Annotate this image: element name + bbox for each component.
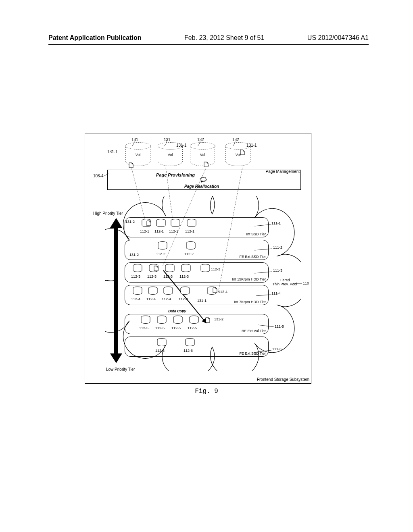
- ref-112-4e: 112-4: [218, 290, 227, 294]
- ref-131-2-t5: 131-2: [214, 317, 223, 321]
- tier-5-label: BE Ext Vol Tier: [242, 329, 266, 333]
- cyl-t1-2: [156, 219, 166, 228]
- figure-caption: Fig. 9: [0, 388, 413, 395]
- header-left: Patent Application Publication: [48, 34, 142, 42]
- vol-label-1: Vol: [126, 153, 150, 157]
- header-rule: [48, 44, 369, 45]
- ref-112-5b: 112-5: [155, 326, 165, 330]
- cyl-t2-1: [158, 241, 167, 250]
- tier-6: FE Ext SSD Tier: [125, 337, 269, 357]
- vol-label-2: Vol: [158, 153, 182, 157]
- ref-132-a: 132: [197, 137, 204, 142]
- ref-112-3c: 112-3: [163, 274, 173, 278]
- ref-132-b: 132: [232, 137, 239, 142]
- volume-3: Vol: [190, 145, 215, 166]
- cyl-t5-3: [173, 316, 183, 324]
- tier-3: Int 15Krpm HDD Tier: [125, 262, 269, 283]
- ref-112-3e: 112-3: [211, 267, 220, 271]
- ref-112-3b: 112-3: [147, 274, 156, 278]
- ref-103-4: 103-4: [93, 174, 104, 178]
- cyl-t6-1: [157, 338, 167, 347]
- tier-1-ref: 111-1: [271, 221, 281, 225]
- ref-110: 110: [303, 281, 309, 285]
- cyl-t3-5: [200, 264, 210, 273]
- page-management-box: Page Provisioning Page Reallocation Page…: [107, 170, 301, 190]
- volume-4: Vol: [225, 145, 250, 166]
- page-management-label: Page Management: [265, 169, 300, 174]
- page: Patent Application Publication Feb. 23, …: [0, 0, 413, 532]
- cyl-t2-2: [186, 241, 196, 250]
- header-right: US 2012/0047346 A1: [307, 34, 369, 42]
- volume-2: Vol: [158, 145, 183, 166]
- pool-label: Tiered Thin Prov. Pool: [271, 278, 299, 287]
- ref-131-2-t1: 131-2: [125, 220, 135, 224]
- tier-2: FE Ext SSD Tier: [125, 240, 269, 260]
- ref-131-a: 131: [131, 137, 138, 142]
- ref-112-5c: 112-5: [171, 326, 181, 330]
- ref-131-b: 131: [164, 137, 171, 142]
- tier-3-ref: 111-3: [273, 268, 282, 272]
- tier-4: Int 7Krpm HDD Tier: [125, 285, 269, 305]
- ref-112-1b: 112-1: [154, 229, 164, 233]
- tier-5-ref: 111-5: [275, 324, 284, 328]
- ref-112-4d: 112-4: [179, 297, 188, 301]
- ref-112-6a: 112-6: [155, 349, 165, 353]
- cyl-t1-4: [187, 219, 196, 228]
- tier-3-label: Int 15Krpm HDD Tier: [232, 277, 266, 281]
- cyl-t6-2: [185, 338, 195, 347]
- cyl-t3-3: [165, 264, 175, 273]
- data-copy-label: Data Copy: [168, 309, 186, 313]
- figure-frame: 131 131 132 132 131-1 131-1 131-1 Vol Vo…: [85, 133, 311, 384]
- cyl-t5-2: [157, 316, 167, 324]
- cyl-t1-3: [171, 219, 180, 228]
- page-in-t3: [154, 266, 159, 271]
- tier-6-ref: 111-6: [272, 347, 282, 351]
- page-in-t1: [146, 220, 151, 226]
- tier-6-label: FE Ext SSD Tier: [239, 351, 266, 355]
- ref-112-6b: 112-6: [184, 349, 193, 353]
- cyl-t3-1: [133, 264, 142, 273]
- ref-112-4c: 112-4: [162, 297, 171, 301]
- page-in-t5: [205, 317, 210, 323]
- ref-131-1-left: 131-1: [107, 150, 118, 154]
- page-in-t4: [213, 287, 217, 293]
- header-center: Feb. 23, 2012 Sheet 9 of 51: [184, 34, 264, 42]
- tier-1-label: Int SSD Tier: [246, 232, 266, 236]
- tier-2-label: FE Ext SSD Tier: [239, 255, 266, 259]
- ref-112-1d: 112-1: [185, 229, 194, 233]
- ref-112-4a: 112-4: [131, 297, 140, 301]
- page-icon-3: [240, 150, 245, 155]
- frontend-label: Frontend Storage Subsystem: [257, 377, 309, 382]
- cyl-t3-4: [181, 264, 191, 273]
- ref-112-4b: 112-4: [146, 297, 156, 301]
- vol-label-3: Vol: [190, 153, 215, 157]
- ref-112-3d: 112-3: [179, 274, 189, 278]
- page-provisioning-label: Page Provisioning: [156, 172, 195, 177]
- page-header: Patent Application Publication Feb. 23, …: [48, 34, 369, 42]
- ref-131-2-t2: 131-2: [129, 253, 139, 257]
- tier-2-ref: 111-2: [273, 245, 282, 249]
- ref-112-2b: 112-2: [184, 252, 194, 256]
- page-icon-2: [204, 162, 209, 167]
- page-reallocation-label: Page Reallocation: [184, 184, 219, 189]
- cyl-t4-3: [163, 287, 173, 295]
- ref-112-5a: 112-5: [139, 326, 148, 330]
- pool-label-l1: Tiered: [280, 278, 290, 282]
- pool-label-l2: Thin Prov. Pool: [273, 282, 297, 286]
- tier-4-label: Int 7Krpm HDD Tier: [234, 300, 266, 304]
- cyl-t4-4: [180, 287, 190, 295]
- cyl-t5-4: [189, 316, 199, 324]
- ref-131-1-t4: 131-1: [197, 299, 206, 303]
- cyl-t4-2: [148, 287, 158, 295]
- ref-112-2a: 112-2: [156, 252, 165, 256]
- ref-112-1a: 112-1: [140, 229, 149, 233]
- ref-112-3a: 112-3: [131, 274, 140, 278]
- reallocation-icon: [198, 176, 208, 183]
- vol-label-4: Vol: [226, 153, 250, 157]
- cyl-t4-1: [133, 287, 142, 295]
- tier-4-ref: 111-4: [271, 291, 281, 295]
- ref-112-1c: 112-1: [169, 229, 178, 233]
- ref-112-5d: 112-5: [188, 326, 197, 330]
- page-icon-1: [129, 162, 133, 168]
- cyl-t5-1: [141, 316, 150, 324]
